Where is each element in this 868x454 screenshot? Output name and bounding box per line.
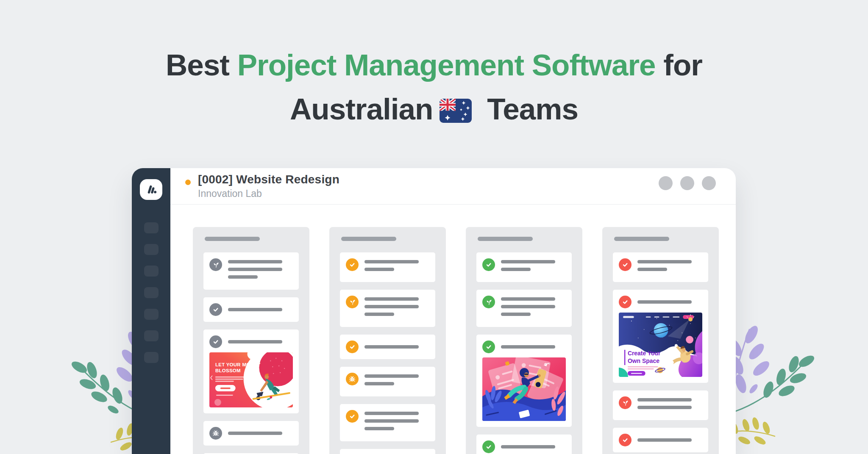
hero-text-highlight: Project Management Software <box>237 48 656 82</box>
check-status-icon <box>619 434 632 446</box>
text-placeholder-line <box>501 268 531 271</box>
page: Best Project Management Software for Aus… <box>0 0 868 454</box>
placeholder-lines <box>364 296 419 316</box>
sidebar-menu-placeholder[interactable] <box>144 266 159 277</box>
task-card[interactable] <box>613 390 708 420</box>
task-card[interactable] <box>203 252 299 290</box>
text-placeholder-line <box>228 260 282 263</box>
placeholder-lines <box>228 258 282 279</box>
text-placeholder-line <box>501 260 555 263</box>
placeholder-lines <box>364 373 419 385</box>
sidebar-menu-placeholder[interactable] <box>144 287 159 298</box>
text-placeholder-line <box>637 300 692 304</box>
app-window: [0002] Website Redesign Innovation Lab <box>132 168 736 454</box>
text-placeholder-line <box>364 313 394 316</box>
task-card[interactable] <box>476 435 572 454</box>
hero-line-2: Australian <box>0 87 868 131</box>
placeholder-lines <box>228 432 282 435</box>
sidebar-menu-placeholder[interactable] <box>144 244 159 255</box>
money-blossom-heading-line2: BLOSSOM <box>215 368 241 373</box>
column-title-placeholder <box>205 237 260 241</box>
sprout-status-icon <box>482 296 495 308</box>
text-placeholder-line <box>364 268 394 271</box>
check-status-icon <box>482 340 495 353</box>
decorative-branches-right <box>728 317 838 452</box>
hero-text-post: for <box>656 48 702 82</box>
app-logo-icon[interactable] <box>140 179 162 200</box>
text-placeholder-line <box>501 297 555 301</box>
sidebar-menu-placeholder[interactable] <box>144 352 159 363</box>
text-placeholder-line <box>501 445 555 448</box>
placeholder-lines <box>637 438 692 442</box>
task-card[interactable] <box>476 252 572 282</box>
kanban-column-4: Create Your Own Space <box>602 227 719 454</box>
task-card[interactable] <box>340 367 435 396</box>
window-control-dot[interactable] <box>659 176 673 190</box>
column-title-placeholder <box>478 237 533 241</box>
text-placeholder-line <box>364 260 419 263</box>
create-space-illustration: Create Your Own Space <box>619 313 702 377</box>
sidebar-menu-placeholder[interactable] <box>144 309 159 320</box>
sprout-status-icon <box>209 258 222 271</box>
text-placeholder-line <box>228 268 282 271</box>
task-card[interactable] <box>340 404 435 441</box>
text-placeholder-line <box>364 305 419 308</box>
window-control-dot[interactable] <box>680 176 694 190</box>
text-placeholder-line <box>637 438 692 442</box>
main-area: [0002] Website Redesign Innovation Lab <box>170 168 736 454</box>
task-card[interactable] <box>203 421 299 446</box>
pink-rider-illustration <box>482 357 566 421</box>
app-header: [0002] Website Redesign Innovation Lab <box>170 168 736 205</box>
text-placeholder-line <box>364 382 394 385</box>
kanban-column-3 <box>466 227 582 454</box>
task-card[interactable] <box>340 290 435 327</box>
column-title-placeholder <box>341 237 396 241</box>
placeholder-lines <box>637 396 692 409</box>
bug-status-icon <box>209 427 222 440</box>
placeholder-lines <box>364 345 419 349</box>
placeholder-lines <box>501 445 555 448</box>
task-card[interactable] <box>340 335 435 359</box>
text-placeholder-line <box>228 432 282 435</box>
task-card[interactable] <box>476 290 572 327</box>
task-card[interactable] <box>203 297 299 322</box>
check-status-icon <box>482 440 495 453</box>
text-placeholder-line <box>501 345 555 349</box>
text-placeholder-line <box>364 419 419 423</box>
check-status-icon <box>346 258 359 271</box>
sidebar-menu <box>144 222 159 374</box>
text-placeholder-line <box>228 340 282 343</box>
window-control-dot[interactable] <box>702 176 716 190</box>
text-placeholder-line <box>501 313 531 316</box>
placeholder-lines <box>637 300 692 304</box>
placeholder-lines <box>501 296 555 316</box>
task-card[interactable] <box>476 335 572 427</box>
hero-text-pre: Best <box>166 48 237 82</box>
hero-text-line2-post: Teams <box>487 92 578 126</box>
window-controls <box>659 176 716 190</box>
task-card[interactable] <box>613 252 708 282</box>
column-title-placeholder <box>614 237 669 241</box>
placeholder-lines <box>364 258 419 271</box>
check-status-icon <box>619 296 632 308</box>
task-card[interactable]: LET YOUR MONEY BLOSSOM <box>203 329 299 413</box>
text-placeholder-line <box>364 412 419 415</box>
check-status-icon <box>209 335 222 348</box>
kanban-column-1: LET YOUR MONEY BLOSSOM <box>193 227 309 454</box>
placeholder-lines <box>637 258 692 271</box>
check-status-icon <box>346 410 359 423</box>
bug-status-icon <box>346 373 359 385</box>
task-card[interactable] <box>340 252 435 282</box>
hero-text-line2-pre: Australian <box>290 92 433 126</box>
text-placeholder-line <box>364 374 419 378</box>
check-status-icon <box>619 258 632 271</box>
task-card[interactable] <box>613 428 708 452</box>
task-card[interactable]: Create Your Own Space <box>613 290 708 383</box>
task-card-partial[interactable] <box>340 449 435 454</box>
text-placeholder-line <box>364 345 419 349</box>
sidebar-menu-placeholder[interactable] <box>144 330 159 341</box>
money-blossom-illustration: LET YOUR MONEY BLOSSOM <box>209 352 293 407</box>
text-placeholder-line <box>228 275 258 279</box>
create-space-heading-line1: Create Your <box>628 350 661 357</box>
sidebar-menu-placeholder[interactable] <box>144 222 159 233</box>
